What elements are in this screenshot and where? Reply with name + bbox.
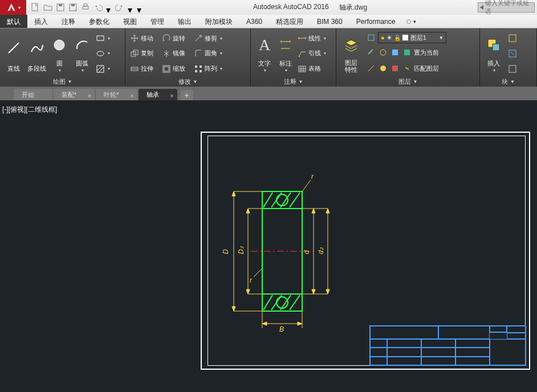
svg-rect-35 [509,66,516,72]
dim-d2: d₂ [317,247,325,254]
insert-block-button[interactable]: 插入▾ [482,31,505,74]
lock-icon: 🔓 [394,35,401,41]
svg-rect-17 [164,67,169,71]
svg-rect-27 [392,50,398,55]
ribbon-tab-featured[interactable]: 精选应用 [269,15,310,28]
table-button[interactable]: 表格 [298,62,326,76]
bulb-icon: ● [381,34,385,41]
quick-access-toolbar: ▾ ▾ ▾ [31,3,143,12]
text-button[interactable]: A 文字▾ [253,31,276,74]
ribbon-tab-manage[interactable]: 管理 [144,15,171,28]
svg-line-46 [290,295,300,310]
svg-rect-30 [392,66,398,71]
layer-color-swatch [402,35,408,40]
close-icon[interactable]: × [170,90,173,101]
close-icon[interactable]: × [130,90,133,101]
save-icon[interactable] [56,3,65,12]
stretch-button[interactable]: 拉伸 缩放 阵列▾ [130,62,246,76]
ellipse-button[interactable]: ▾ [96,47,110,60]
hatch-button[interactable]: ▾ [96,62,110,76]
arc-button[interactable]: 圆弧▾ [71,31,93,74]
panel-annotate-label[interactable]: 注释▼ [253,76,333,87]
layer-combo[interactable]: ● ☀ 🔓 图层1 ▼ [378,32,446,43]
edit-block-icon[interactable] [507,48,518,59]
viewport-label[interactable]: [-][俯视][二维线框] [2,105,57,115]
svg-point-26 [380,50,386,55]
layer-props-button[interactable]: 图层 特性 [339,31,364,74]
panel-annotate: A 文字▾ 标注▾ 线性▾ 引线▾ 表格 注释▼ [251,28,336,87]
ribbon-tab-param[interactable]: 参数化 [82,15,116,28]
redo-icon[interactable] [115,3,124,12]
ribbon-tab-insert[interactable]: 插入 [27,15,55,28]
panel-modify-label[interactable]: 修改▼ [128,76,248,87]
close-icon[interactable]: × [88,90,91,101]
ribbon-tab-view[interactable]: 视图 [116,15,144,28]
svg-line-39 [263,193,272,207]
print-icon[interactable] [81,3,90,12]
doc-tab-yelun[interactable]: 叶轮*× [96,89,137,100]
create-block-icon[interactable] [507,33,518,43]
svg-point-23 [299,56,300,57]
ribbon-tab-addon[interactable]: 附加模块 [198,15,239,28]
ribbon-tab-extra[interactable]: ▾ [402,15,421,28]
panel-block: 插入▾ 块▼ [480,28,537,87]
ribbon-tab-perf[interactable]: Performance [349,15,402,28]
doc-tab-zhuangpei[interactable]: 装配*× [54,89,95,100]
help-search-input[interactable]: 键入关键字或短语 [478,2,535,13]
app-menu-button[interactable]: ▾ [0,0,26,15]
svg-rect-19 [195,66,197,68]
svg-line-43 [263,295,272,310]
title-bar: ▾ ▾ ▾ ▾ Autodesk AutoCAD 2016 轴承.dwg 键入关… [0,0,537,15]
panel-layers-label[interactable]: 图层▼ [339,76,477,87]
svg-rect-11 [97,66,104,72]
layer-iso-icon[interactable] [366,32,376,43]
svg-line-7 [9,43,19,53]
layer-make-current[interactable]: 置为当前 [366,46,475,59]
dim-d: d [303,250,311,254]
svg-point-29 [380,66,386,71]
drawing-canvas[interactable]: [-][俯视][二维线框] [0,100,537,392]
doc-tab-zhoucheng[interactable]: 轴承× [139,89,177,100]
dim-r-top: r [311,174,314,181]
dim-B: B [279,325,284,333]
dim-button[interactable]: 标注▾ [276,31,295,74]
saveas-icon[interactable] [68,3,78,12]
polyline-button[interactable]: 多段线 [25,31,48,74]
ribbon-tab-annotate[interactable]: 注释 [55,15,82,28]
doc-tab-start[interactable]: 开始 [14,89,52,100]
play-icon [480,5,483,10]
panel-draw-label[interactable]: 绘图▼ [2,76,123,87]
new-doc-button[interactable]: + [181,90,193,100]
svg-rect-25 [368,35,374,40]
undo-dropdown[interactable]: ▾ [106,5,112,10]
open-icon[interactable] [43,3,52,12]
ribbon-tab-default[interactable]: 默认 [0,15,27,28]
layer-match[interactable]: 匹配图层 [366,62,475,75]
move-button[interactable]: 移动 旋转 修剪▾ [130,31,246,45]
dim-D2: D₂ [237,246,245,254]
undo-icon[interactable] [93,3,103,12]
ribbon-tab-bim360[interactable]: BIM 360 [310,15,349,28]
leader-button[interactable]: 引线▾ [298,47,326,60]
dim-r-left: r [250,276,253,284]
attr-block-icon[interactable] [507,64,518,74]
new-icon[interactable] [31,3,40,12]
circle-button[interactable]: 圆▾ [48,31,71,74]
chevron-down-icon: ▾ [18,5,21,10]
rect-button[interactable]: ▾ [96,31,110,45]
ribbon-tab-strip: 默认 插入 注释 参数化 视图 管理 输出 附加模块 A360 精选应用 BIM… [0,15,537,28]
linear-button[interactable]: 线性▾ [298,31,326,45]
svg-point-10 [97,51,104,56]
panel-block-label[interactable]: 块▼ [482,76,534,87]
qat-customize-dropdown[interactable]: ▾ [137,5,143,10]
ribbon-tab-a360[interactable]: A360 [239,15,269,28]
redo-dropdown[interactable]: ▾ [128,5,133,10]
ribbon: 直线 多段线 圆▾ 圆弧▾ ▾ ▾ ▾ 绘图▼ [0,28,537,87]
line-button[interactable]: 直线 [2,31,25,74]
ribbon-tab-output[interactable]: 输出 [171,15,198,28]
copy-button[interactable]: 复制 镜像 圆角▾ [130,47,246,60]
chevron-down-icon: ▼ [439,35,444,40]
window-title: Autodesk AutoCAD 2016 轴承.dwg [143,3,478,13]
svg-line-42 [290,193,300,207]
draw-extra-col: ▾ ▾ ▾ [93,31,112,76]
